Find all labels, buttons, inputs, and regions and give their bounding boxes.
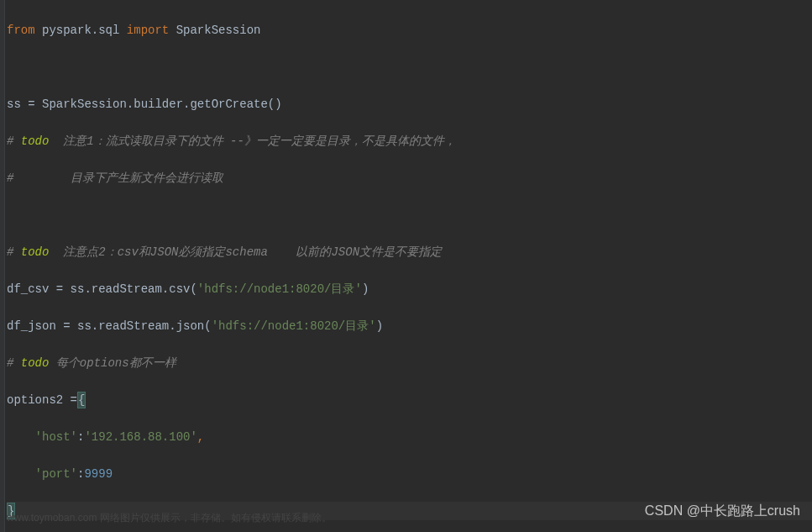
watermark-text: CSDN @中长跑路上crush [645, 502, 800, 520]
dict-key: 'port' [35, 467, 77, 481]
dict-key: 'host' [35, 430, 77, 444]
keyword-from: from [7, 24, 35, 37]
module-name: pyspark.sql [35, 24, 127, 37]
code-line: df_json = ss.readStream.json('hdfs://nod… [7, 317, 812, 335]
code-text: ) [376, 319, 383, 333]
code-line: # todo 每个options都不一样 [7, 354, 812, 372]
string-literal: 'hdfs://node1:8020/目录' [212, 319, 376, 333]
todo-keyword: todo [13, 134, 55, 148]
comma: , [197, 430, 204, 444]
code-line: # 目录下产生新文件会进行读取 [7, 169, 812, 187]
keyword-import: import [127, 24, 169, 37]
indent [7, 467, 35, 481]
bracket-open: { [77, 392, 86, 408]
editor-gutter [0, 0, 5, 532]
dict-value: '192.168.88.100' [84, 430, 196, 444]
code-line: ss = SparkSession.builder.getOrCreate() [7, 95, 812, 113]
comment-text: 注意1：流式读取目录下的文件 --》一定一定要是目录，不是具体的文件， [56, 134, 456, 148]
code-line: df_csv = ss.readStream.csv('hdfs://node1… [7, 280, 812, 298]
code-editor[interactable]: from pyspark.sql import SparkSession ss … [0, 0, 812, 532]
todo-keyword: todo [13, 245, 55, 259]
indent [7, 430, 35, 444]
string-literal: 'hdfs://node1:8020/目录' [197, 282, 362, 296]
footer-disclaimer: www.toymoban.com 网络图片仅供展示，非存储。如有侵权请联系删除。 [7, 508, 332, 527]
comment-text: 目录下产生新文件会进行读取 [13, 171, 223, 185]
code-text: ss = SparkSession.builder.getOrCreate() [7, 97, 282, 111]
code-text: df_csv = ss.readStream.csv( [7, 282, 197, 296]
code-text: ) [362, 282, 369, 296]
code-text: options2 = [7, 393, 77, 407]
code-text: df_json = ss.readStream.json( [7, 319, 212, 333]
code-line: # todo 注意点2：csv和JSON必须指定schema 以前的JSON文件… [7, 243, 812, 261]
code-line: 'host':'192.168.88.100', [7, 428, 812, 446]
todo-keyword: todo [13, 356, 49, 370]
code-line [7, 58, 812, 76]
number-literal: 9999 [84, 467, 113, 481]
code-line: # todo 注意1：流式读取目录下的文件 --》一定一定要是目录，不是具体的文… [7, 132, 812, 150]
comment-text: 每个options都不一样 [49, 356, 175, 370]
code-line: options2 ={ [7, 391, 812, 409]
code-line: 'port':9999 [7, 465, 812, 483]
code-line [7, 206, 812, 224]
comment-text: 注意点2：csv和JSON必须指定schema 以前的JSON文件是不要指定 [56, 245, 442, 259]
code-line: from pyspark.sql import SparkSession [7, 21, 812, 40]
class-name: SparkSession [169, 24, 260, 37]
